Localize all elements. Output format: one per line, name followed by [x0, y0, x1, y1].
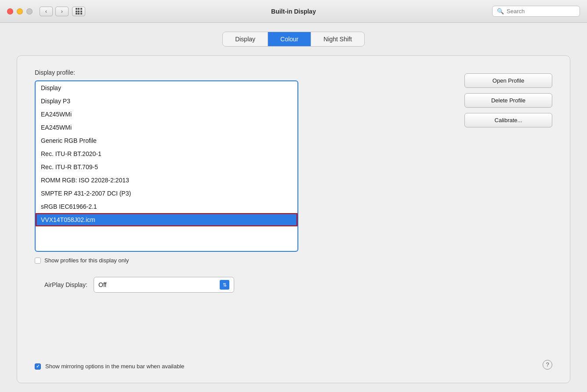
tab-colour[interactable]: Colour	[268, 32, 311, 46]
list-item[interactable]: Rec. ITU-R BT.709-5	[36, 160, 297, 174]
forward-button[interactable]: ›	[55, 7, 69, 16]
close-button[interactable]	[7, 8, 13, 15]
back-button[interactable]: ‹	[40, 7, 53, 16]
list-item[interactable]: Rec. ITU-R BT.2020-1	[36, 147, 297, 160]
list-item[interactable]: Display	[36, 81, 297, 94]
tab-night-shift[interactable]: Night Shift	[311, 32, 364, 46]
list-item[interactable]: sRGB IEC61966-2.1	[36, 200, 297, 213]
list-item[interactable]: ROMM RGB: ISO 22028-2:2013	[36, 174, 297, 187]
show-profiles-label: Show profiles for this display only	[44, 257, 129, 264]
list-item-selected[interactable]: VVX14T058J02.icm	[36, 213, 297, 226]
airplay-dropdown[interactable]: Off ⇅	[94, 277, 234, 293]
profile-list-scroll[interactable]: Display Display P3 EA245WMi EA245WMi Gen…	[36, 81, 297, 251]
delete-profile-button[interactable]: Delete Profile	[464, 93, 552, 108]
window-title: Built-in Display	[271, 8, 316, 15]
show-profiles-checkbox[interactable]	[35, 258, 41, 264]
calibrate-button[interactable]: Calibrate...	[464, 113, 552, 127]
profile-list-box[interactable]: Display Display P3 EA245WMi EA245WMi Gen…	[35, 80, 298, 252]
main-content: Display Colour Night Shift Display profi…	[0, 23, 587, 392]
grid-button[interactable]	[72, 7, 85, 16]
maximize-button[interactable]	[26, 8, 33, 15]
help-button[interactable]: ?	[543, 360, 552, 370]
list-item[interactable]: Generic RGB Profile	[36, 134, 297, 147]
airplay-label: AirPlay Display:	[35, 281, 87, 288]
airplay-row: AirPlay Display: Off ⇅	[35, 277, 552, 293]
mirroring-row: ✓ Show mirroring options in the menu bar…	[35, 363, 185, 370]
minimize-button[interactable]	[17, 8, 23, 15]
traffic-lights	[7, 8, 33, 15]
open-profile-button[interactable]: Open Profile	[464, 73, 552, 88]
show-profiles-row: Show profiles for this display only	[35, 257, 451, 264]
right-section: Open Profile Delete Profile Calibrate...	[464, 69, 552, 127]
search-icon: 🔍	[497, 8, 504, 15]
panel-body: Display profile: Display Display P3 EA24…	[35, 69, 552, 264]
list-item[interactable]: EA245WMi	[36, 121, 297, 134]
settings-panel: Display profile: Display Display P3 EA24…	[17, 55, 570, 383]
bottom-row: ✓ Show mirroring options in the menu bar…	[35, 359, 552, 370]
left-section: Display profile: Display Display P3 EA24…	[35, 69, 451, 264]
grid-icon	[76, 8, 82, 15]
nav-buttons: ‹ ›	[40, 7, 69, 16]
list-item[interactable]: Display P3	[36, 94, 297, 108]
mirroring-label: Show mirroring options in the menu bar w…	[45, 363, 185, 370]
search-input[interactable]	[507, 8, 575, 15]
tab-display[interactable]: Display	[223, 32, 268, 46]
airplay-dropdown-value: Off	[98, 281, 106, 288]
search-box[interactable]: 🔍	[492, 6, 580, 17]
dropdown-arrow-icon: ⇅	[220, 280, 229, 290]
title-bar: ‹ › Built-in Display 🔍	[0, 0, 587, 23]
display-profile-label: Display profile:	[35, 69, 451, 76]
mirroring-checkbox[interactable]: ✓	[35, 363, 41, 370]
list-item[interactable]: EA245WMi	[36, 108, 297, 121]
tab-bar: Display Colour Night Shift	[222, 32, 365, 47]
list-item[interactable]: SMPTE RP 431-2-2007 DCI (P3)	[36, 187, 297, 200]
